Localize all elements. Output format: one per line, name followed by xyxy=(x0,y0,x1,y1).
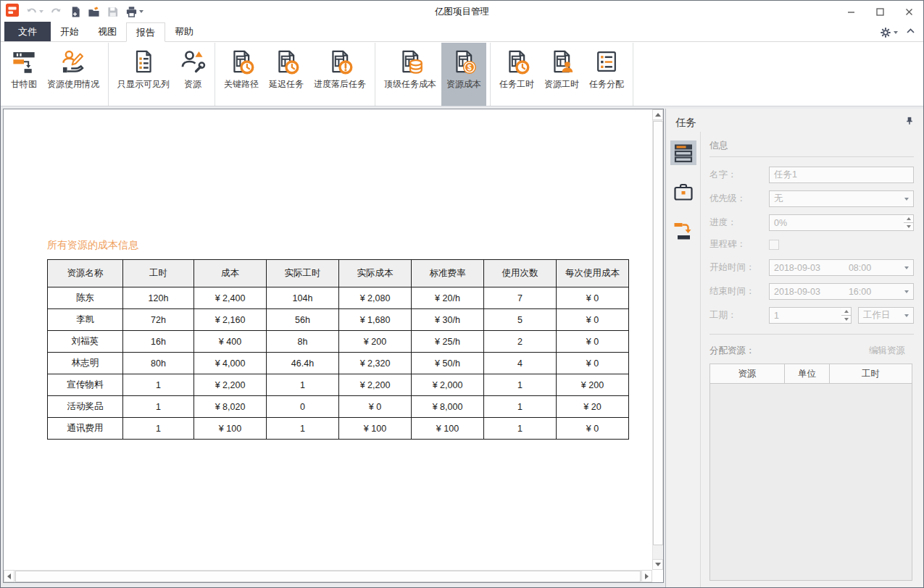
visible-columns-icon xyxy=(130,49,157,75)
redo-button[interactable] xyxy=(50,6,62,18)
ribbon-button-label: 延迟任务 xyxy=(269,78,304,91)
table-cell: ¥ 20 xyxy=(557,396,629,418)
tab-report[interactable]: 报告 xyxy=(126,22,165,42)
ribbon-button-doc-clock[interactable]: 延迟任务 xyxy=(264,43,309,106)
tab-home[interactable]: 开始 xyxy=(51,22,88,41)
vertical-scroll-thumb[interactable] xyxy=(653,121,663,545)
ribbon-button-doc-clock[interactable]: 关键路径 xyxy=(219,43,264,106)
table-cell: 1 xyxy=(484,418,557,440)
print-button[interactable] xyxy=(125,6,143,18)
tab-help[interactable]: 帮助 xyxy=(165,22,203,41)
ribbon-button-visible-columns[interactable]: 只显示可见列 xyxy=(112,43,175,106)
table-cell: 7 xyxy=(484,287,557,309)
print-dropdown-caret-icon[interactable] xyxy=(139,10,143,13)
start-time-label: 开始时间： xyxy=(709,261,769,274)
section-title: 信息 xyxy=(709,139,914,154)
caret-down-icon xyxy=(907,225,911,228)
subtask-tab-button[interactable] xyxy=(670,219,696,243)
table-cell: ¥ 0 xyxy=(557,309,629,331)
ribbon-button-doc-person[interactable]: 资源工时 xyxy=(539,43,584,106)
column-header: 工时 xyxy=(123,260,194,287)
scroll-down-button[interactable] xyxy=(652,559,663,570)
progress-input[interactable]: 0% xyxy=(769,214,904,231)
scroll-right-button[interactable] xyxy=(641,570,652,582)
scroll-up-button[interactable] xyxy=(652,109,663,120)
app-window: 亿图项目管理 文件 开始 视图 报告 帮助 甘特图资源使用情况只显示可见列资源关… xyxy=(0,0,924,588)
edit-resource-link[interactable]: 编辑资源 xyxy=(869,345,914,357)
duration-unit-select[interactable]: 工作日 xyxy=(858,307,914,324)
column-header: 标准费率 xyxy=(412,260,484,287)
save-button[interactable] xyxy=(107,6,119,18)
table-cell: 120h xyxy=(123,287,194,309)
assign-resource-label: 分配资源： xyxy=(709,345,755,357)
ribbon-button-resource-usage[interactable]: 资源使用情况 xyxy=(42,43,104,106)
resource-usage-icon xyxy=(60,49,86,75)
quick-access-toolbar xyxy=(1,4,143,20)
work-tab-button[interactable] xyxy=(670,180,696,204)
ribbon-button-doc-coins[interactable]: 顶级任务成本 xyxy=(379,43,441,106)
start-time-picker[interactable]: 2018-09-0308:00 xyxy=(769,259,914,276)
tab-file[interactable]: 文件 xyxy=(4,22,51,41)
column-header: 实际成本 xyxy=(339,260,412,287)
ribbon-button-label: 资源使用情况 xyxy=(47,78,99,91)
ribbon-button-doc-alert[interactable]: 进度落后任务 xyxy=(309,43,371,106)
open-file-button[interactable] xyxy=(88,6,100,18)
gantt-icon xyxy=(11,49,37,75)
milestone-checkbox[interactable] xyxy=(769,240,779,250)
spin-down-button[interactable] xyxy=(841,316,852,324)
end-time-picker[interactable]: 2018-09-0316:00 xyxy=(769,283,914,300)
undo-button[interactable] xyxy=(25,6,43,18)
spin-down-button[interactable] xyxy=(904,223,914,231)
duration-label: 工期： xyxy=(709,309,769,322)
resource-cost-table: 资源名称工时成本实际工时实际成本标准费率使用次数每次使用成本陈东120h¥ 2,… xyxy=(47,259,629,440)
assigned-resource-table: 资源 单位 工时 xyxy=(709,364,912,384)
close-button[interactable] xyxy=(894,1,923,22)
doc-person-icon xyxy=(549,49,575,75)
table-cell: 72h xyxy=(123,309,194,331)
new-file-button[interactable] xyxy=(69,6,81,18)
horizontal-scroll-thumb[interactable] xyxy=(15,571,641,582)
table-cell: ¥ 0 xyxy=(557,418,629,440)
collapse-ribbon-button[interactable] xyxy=(905,25,916,39)
table-cell: 李凯 xyxy=(48,309,123,331)
briefcase-icon xyxy=(673,181,694,203)
tab-view[interactable]: 视图 xyxy=(88,22,126,41)
column-header: 使用次数 xyxy=(484,260,557,287)
scroll-left-button[interactable] xyxy=(4,570,14,582)
column-header-unit: 单位 xyxy=(785,364,830,384)
table-cell: ¥ 2,080 xyxy=(339,287,412,309)
ribbon-button-doc-dollar[interactable]: $资源成本 xyxy=(441,43,486,106)
app-logo-icon[interactable] xyxy=(6,4,19,20)
maximize-button[interactable] xyxy=(865,1,894,22)
duration-input[interactable]: 1 xyxy=(769,307,841,324)
vertical-scrollbar[interactable] xyxy=(652,109,663,570)
settings-gear-button[interactable] xyxy=(880,27,898,38)
duration-spinner xyxy=(841,307,852,324)
doc-clock-icon xyxy=(228,49,254,75)
pin-button[interactable] xyxy=(904,116,915,129)
table-cell: 16h xyxy=(123,331,194,353)
table-row: 林志明80h¥ 4,00046.4h¥ 2,320¥ 50/h4¥ 0 xyxy=(48,353,629,374)
horizontal-scrollbar[interactable] xyxy=(4,570,652,582)
ribbon-button-assign-list[interactable]: 任务分配 xyxy=(584,43,629,106)
ribbon-button-label: 资源 xyxy=(184,78,201,91)
svg-text:$: $ xyxy=(467,64,472,72)
resource-wrench-icon xyxy=(180,49,206,75)
undo-dropdown-caret-icon[interactable] xyxy=(39,10,43,13)
doc-coins-icon xyxy=(397,49,423,75)
table-cell: ¥ 100 xyxy=(339,418,412,440)
ribbon-button-label: 顶级任务成本 xyxy=(384,78,436,91)
ribbon-group: 只显示可见列资源 xyxy=(109,43,215,106)
ribbon-button-gantt[interactable]: 甘特图 xyxy=(6,43,42,106)
arrow-left-icon xyxy=(7,574,11,579)
column-header-hours: 工时 xyxy=(830,364,912,384)
info-tab-button[interactable] xyxy=(670,140,696,165)
spin-up-button[interactable] xyxy=(904,214,914,223)
ribbon-button-resource-wrench[interactable]: 资源 xyxy=(175,43,211,106)
ribbon-button-doc-clock[interactable]: 任务工时 xyxy=(494,43,539,106)
gear-icon xyxy=(880,27,891,38)
priority-select[interactable]: 无 xyxy=(769,190,914,207)
name-input[interactable]: 任务1 xyxy=(769,167,914,183)
minimize-button[interactable] xyxy=(836,1,865,22)
spin-up-button[interactable] xyxy=(841,307,852,316)
